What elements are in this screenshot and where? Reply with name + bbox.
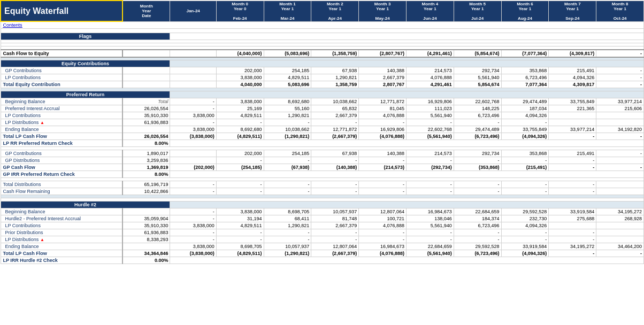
eq-contributions-label: Equity Contributions (1, 60, 170, 67)
cashflow-equity-row: Cash Flow to Equity (4,040,000) (5,083,6… (1, 50, 644, 57)
header-row: Equity Waterfall MonthYearDate Jan-24 Mo… (1, 1, 644, 21)
col-header-1: Month 0Year 0Feb-24 (216, 1, 264, 21)
empty-1 (1, 29, 644, 33)
h2-lp-irr-check-row: LP IRR Hurdle #2 Check 0.00% (1, 257, 644, 264)
title-cell: Equity Waterfall (1, 1, 122, 21)
pref-gp-dist-label: GP Distributions (1, 157, 122, 164)
h2-lp-contributions-row: LP Contributions 35,910,330 3,838,000 4,… (1, 222, 644, 229)
pref-ending-balance-row: Ending Balance 3,838,000 8,692,680 10,03… (1, 126, 644, 133)
flags-header-row: Flags (1, 33, 644, 40)
h2-end-bal-label: Ending Balance (1, 243, 122, 250)
pref-gp-contributions-row: GP Contributions 1,890,017 202,000 254,1… (1, 150, 644, 157)
col-header-0: Jan-24 (170, 1, 216, 21)
cf-val-7: (4,309,817) (549, 50, 596, 57)
cf-val-3: (2,807,767) (359, 50, 407, 57)
lp-rr-check-row: LP RR Preferred Return Check 8.00% (1, 140, 644, 147)
pref-total-lp-cashflow-row: Total LP Cash Flow 26,026,554 (3,838,000… (1, 133, 644, 140)
contents-row: Contents (1, 21, 644, 29)
hurdle2-label: Hurdle #2 (1, 202, 170, 208)
col-header-5: Month 4Year 1Jun-24 (406, 1, 454, 21)
col-header-2: Month 1Year 1Mar-24 (264, 1, 311, 21)
cf-val-8: - (596, 50, 644, 57)
h2-prior-dist-label: Prior Distributions (1, 229, 122, 236)
h2-total-lp-cf-label: Total LP Cash Flow (1, 250, 122, 257)
col-header-9: Month 8Year 1Oct-24 (596, 1, 644, 21)
pref-beginning-balance-row: Beginning Balance Total - 3,838,000 8,69… (1, 98, 644, 105)
pref-end-bal-label: Ending Balance (1, 126, 122, 133)
lp-rr-check-value: 8.00% (122, 140, 170, 147)
col-header-8: Month 7Year 1Sep-24 (549, 1, 596, 21)
contents-link[interactable]: Contents (3, 22, 22, 28)
lp-contributions-row: LP Contributions 3,838,000 4,829,511 1,2… (1, 74, 644, 81)
pref-return-label: Preferred Return (1, 91, 170, 98)
gp-cf-label: GP Cash Flow (1, 164, 122, 171)
pref-total-lp-cf-label: Total LP Cash Flow (1, 133, 122, 140)
pref-lp-dist-label: LP Distributions ▲ (1, 119, 122, 126)
pref-gp-contr-label: GP Contributions (1, 150, 122, 157)
h2-lp-contr-label: LP Contributions (1, 222, 122, 229)
lp-contributions-label: LP Contributions (1, 74, 122, 81)
equity-contributions-header: Equity Contributions (1, 60, 644, 67)
preferred-return-header: Preferred Return (1, 91, 644, 98)
cashflow-remaining-row: Cash Flow Remaining 10,422,866 - - - - -… (1, 188, 644, 195)
col-header-base: MonthYearDate (122, 1, 170, 21)
h2-beg-bal-label: Beginning Balance (1, 208, 122, 215)
cf-remaining-label: Cash Flow Remaining (1, 188, 122, 195)
pref-beg-bal-label: Beginning Balance (1, 98, 122, 105)
cashflow-label: Cash Flow to Equity (1, 50, 122, 57)
pref-interest-accrual-row: Preferred Interest Accrual 26,026,554 - … (1, 105, 644, 112)
h2-ending-balance-row: Ending Balance 3,838,000 8,698,705 10,05… (1, 243, 644, 250)
gp-cashflow-row: GP Cash Flow 1,369,819 (202,000) (254,18… (1, 164, 644, 171)
pref-interest-label: Preferred Interest Accrual (1, 105, 122, 112)
cf-val-6: (7,077,364) (501, 50, 549, 57)
cf-val-4: (4,291,461) (406, 50, 454, 57)
total-dist-label: Total Distributions (1, 181, 122, 188)
cf-val-2: (1,358,759) (311, 50, 359, 57)
cf-val-5: (5,854,674) (454, 50, 501, 57)
h2-total-lp-cashflow-row: Total LP Cash Flow 34,364,846 (3,838,000… (1, 250, 644, 257)
col-header-6: Month 5Year 1Jul-24 (454, 1, 501, 21)
gp-irr-check-label: GP IRR Preferred Return Check (1, 171, 122, 178)
col-header-4: Month 3Year 1May-24 (359, 1, 407, 21)
col-header-3: Month 2Year 1Apr-24 (311, 1, 359, 21)
total-distributions-row: Total Distributions 65,196,719 - - - - -… (1, 181, 644, 188)
lp-rr-check-label: LP RR Preferred Return Check (1, 140, 122, 147)
h2-lp-distributions-row: LP Distributions ▲ 8,338,293 - - - - - -… (1, 236, 644, 243)
gp-contributions-label: GP Contributions (1, 67, 122, 74)
hurdle2-header: Hurdle #2 (1, 202, 644, 208)
total-equity-contribution-row: Total Equity Contribution 4,040,000 5,08… (1, 81, 644, 88)
app-title: Equity Waterfall (4, 6, 68, 16)
h2-beginning-balance-row: Beginning Balance - 3,838,000 8,698,705 … (1, 208, 644, 215)
cf-val-0: (4,040,000) (216, 50, 264, 57)
flags-label: Flags (1, 33, 170, 40)
cf-val-1: (5,083,696) (264, 50, 311, 57)
h2-interest-accrual-row: Hurdle2 - Preferred Interest Accrual 35,… (1, 215, 644, 222)
col-header-7: Month 6Year 1Aug-24 (501, 1, 549, 21)
gp-irr-check-value: 8.00% (122, 171, 170, 178)
pref-lp-contr-label: LP Contributions (1, 112, 122, 119)
h2-lp-dist-label: LP Distributions ▲ (1, 236, 122, 243)
h2-interest-label: Hurdle2 - Preferred Interest Accrual (1, 215, 122, 222)
gp-irr-check-row: GP IRR Preferred Return Check 8.00% (1, 171, 644, 178)
gp-contributions-row: GP Contributions 202,000 254,185 67,938 … (1, 67, 644, 74)
h2-lp-irr-value: 0.00% (122, 257, 170, 264)
pref-lp-distributions-row: LP Distributions ▲ 61,936,883 - - - - - … (1, 119, 644, 126)
spreadsheet-container: Equity Waterfall MonthYearDate Jan-24 Mo… (0, 0, 644, 325)
h2-prior-distributions-row: Prior Distributions 61,936,883 - - - - -… (1, 229, 644, 236)
total-equity-label: Total Equity Contribution (1, 81, 122, 88)
pref-gp-distributions-row: GP Distributions 3,259,836 - - - - - - -… (1, 157, 644, 164)
pref-lp-contributions-row: LP Contributions 35,910,330 3,838,000 4,… (1, 112, 644, 119)
h2-lp-irr-label: LP IRR Hurdle #2 Check (1, 257, 122, 264)
